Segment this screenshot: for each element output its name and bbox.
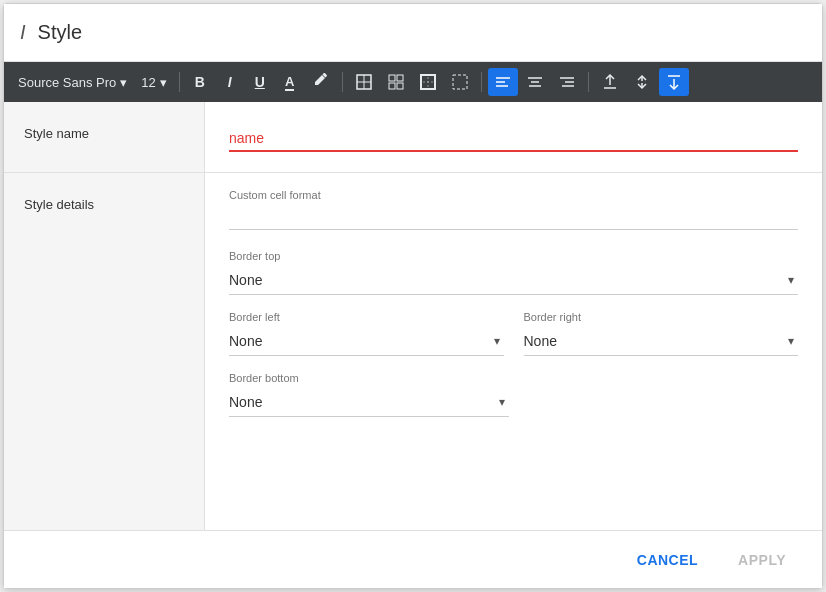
style-name-input[interactable]	[229, 126, 798, 152]
style-details-content: Custom cell format Border top None Thin …	[204, 173, 822, 530]
valign-middle-button[interactable]	[627, 68, 657, 96]
font-size-selector[interactable]: 12 ▾	[135, 68, 172, 96]
border-outer-icon	[419, 73, 437, 91]
style-name-label: Style name	[4, 102, 204, 172]
dialog-content: Style name Style details Custom cell for…	[4, 102, 822, 530]
italic-icon: I	[228, 74, 232, 90]
separator-3	[481, 72, 482, 92]
align-right-icon	[558, 73, 576, 91]
border-right-select-wrapper: None Thin Medium Thick Dashed Dotted ▾	[524, 327, 799, 356]
valign-top-button[interactable]	[595, 68, 625, 96]
border-bottom-select[interactable]: None Thin Medium Thick Dashed Dotted	[229, 388, 509, 416]
border-none-button[interactable]	[445, 68, 475, 96]
align-group	[488, 68, 582, 96]
border-top-field: Border top None Thin Medium Thick Dashed…	[229, 250, 798, 295]
separator-2	[342, 72, 343, 92]
font-size-dropdown-icon: ▾	[160, 75, 167, 90]
style-icon: I	[20, 21, 26, 44]
border-icons-group	[349, 68, 475, 96]
border-left-select[interactable]: None Thin Medium Thick Dashed Dotted	[229, 327, 504, 355]
custom-format-input[interactable]	[229, 205, 798, 230]
svg-rect-6	[397, 83, 403, 89]
fill-color-icon	[312, 72, 330, 93]
border-left-label: Border left	[229, 311, 504, 323]
align-right-button[interactable]	[552, 68, 582, 96]
font-family-label: Source Sans Pro	[18, 75, 116, 90]
font-family-dropdown-icon: ▾	[120, 75, 127, 90]
border-right-select[interactable]: None Thin Medium Thick Dashed Dotted	[524, 327, 799, 355]
text-color-button[interactable]: A	[276, 68, 304, 96]
border-right-field: Border right None Thin Medium Thick Dash…	[524, 311, 799, 356]
separator-1	[179, 72, 180, 92]
style-name-section: Style name	[4, 102, 822, 172]
text-color-icon: A	[285, 74, 294, 91]
underline-button[interactable]: U	[246, 68, 274, 96]
cancel-button[interactable]: CANCEL	[621, 544, 714, 576]
border-right-label: Border right	[524, 311, 799, 323]
apply-button[interactable]: APPLY	[722, 544, 802, 576]
font-size-label: 12	[141, 75, 155, 90]
valign-group	[595, 68, 689, 96]
font-size-group: 12 ▾	[135, 68, 172, 96]
border-bottom-field: Border bottom None Thin Medium Thick Das…	[229, 372, 798, 417]
font-family-selector[interactable]: Source Sans Pro ▾	[12, 68, 133, 96]
border-top-select-wrapper: None Thin Medium Thick Dashed Dotted ▾	[229, 266, 798, 295]
svg-rect-3	[389, 75, 395, 81]
border-inner-icon	[387, 73, 405, 91]
italic-button[interactable]: I	[216, 68, 244, 96]
border-left-field: Border left None Thin Medium Thick Dashe…	[229, 311, 504, 356]
bold-button[interactable]: B	[186, 68, 214, 96]
border-bottom-select-wrapper: None Thin Medium Thick Dashed Dotted ▾	[229, 388, 509, 417]
border-top-select[interactable]: None Thin Medium Thick Dashed Dotted	[229, 266, 798, 294]
valign-top-icon	[601, 73, 619, 91]
align-center-button[interactable]	[520, 68, 550, 96]
border-left-select-wrapper: None Thin Medium Thick Dashed Dotted ▾	[229, 327, 504, 356]
valign-middle-icon	[633, 73, 651, 91]
dialog-title: Style	[38, 21, 82, 44]
border-bottom-label: Border bottom	[229, 372, 798, 384]
svg-rect-4	[397, 75, 403, 81]
svg-rect-10	[453, 75, 467, 89]
formatting-toolbar: Source Sans Pro ▾ 12 ▾ B I U A	[4, 62, 822, 102]
underline-icon: U	[255, 74, 265, 90]
svg-rect-5	[389, 83, 395, 89]
bold-icon: B	[195, 74, 205, 90]
separator-4	[588, 72, 589, 92]
style-name-content	[204, 102, 822, 172]
text-format-group: B I U A	[186, 68, 336, 97]
dialog-footer: CANCEL APPLY	[4, 530, 822, 588]
align-left-button[interactable]	[488, 68, 518, 96]
border-top-label: Border top	[229, 250, 798, 262]
valign-bottom-icon	[665, 73, 683, 91]
border-all-icon	[355, 73, 373, 91]
font-selector-group: Source Sans Pro ▾	[12, 68, 133, 96]
style-details-section: Style details Custom cell format Border …	[4, 172, 822, 530]
style-dialog: I Style Source Sans Pro ▾ 12 ▾ B I	[3, 3, 823, 589]
valign-bottom-button[interactable]	[659, 68, 689, 96]
border-all-button[interactable]	[349, 68, 379, 96]
border-none-icon	[451, 73, 469, 91]
border-outer-button[interactable]	[413, 68, 443, 96]
custom-format-label: Custom cell format	[229, 189, 798, 201]
align-left-icon	[494, 73, 512, 91]
border-inner-button[interactable]	[381, 68, 411, 96]
fill-color-button[interactable]	[306, 68, 336, 97]
align-center-icon	[526, 73, 544, 91]
style-details-label: Style details	[4, 173, 204, 530]
border-left-right-row: Border left None Thin Medium Thick Dashe…	[229, 311, 798, 356]
title-bar: I Style	[4, 4, 822, 62]
